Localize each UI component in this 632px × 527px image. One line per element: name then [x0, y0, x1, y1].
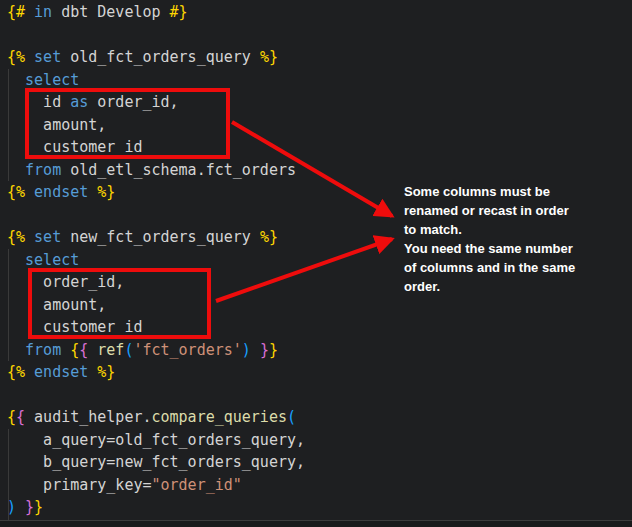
code-editor-screenshot: {# in dbt Develop #}{% set old_fct_order…	[0, 0, 632, 527]
code-line: {% endset %}	[7, 181, 305, 204]
code-line: {% endset %}	[7, 361, 305, 384]
code-token	[25, 228, 34, 246]
code-token: set	[34, 48, 61, 66]
code-token: dbt Develop	[52, 3, 169, 21]
code-token	[16, 498, 25, 516]
code-token: select	[25, 251, 79, 269]
code-token	[25, 48, 34, 66]
code-token: (	[287, 408, 296, 426]
code-line	[7, 384, 305, 407]
code-token: primary_key=	[7, 476, 152, 494]
code-token	[88, 183, 97, 201]
code-token: #}	[170, 3, 188, 21]
code-token: endset	[34, 363, 88, 381]
code-token: {	[7, 408, 16, 426]
code-token: a_query=old_fct_orders_query,	[7, 431, 305, 449]
code-token: old_fct_orders_query	[61, 48, 260, 66]
code-token: {%	[7, 228, 25, 246]
code-token	[25, 3, 34, 21]
code-token: %}	[97, 363, 115, 381]
code-token	[88, 363, 97, 381]
code-line: from old_etl_schema.fct_orders	[7, 159, 305, 182]
code-token: {	[79, 341, 88, 359]
code-token: new_fct_orders_query	[61, 228, 260, 246]
code-line	[7, 204, 305, 227]
annotation-note: Some columns must be renamed or recast i…	[404, 182, 622, 296]
code-token: %}	[260, 48, 278, 66]
code-line: from {{ ref('fct_orders') }}	[7, 339, 305, 362]
code-token: set	[34, 228, 61, 246]
code-line	[7, 24, 305, 47]
code-token: from	[25, 161, 61, 179]
code-token	[7, 71, 25, 89]
code-token: )	[7, 498, 16, 516]
code-token	[7, 341, 25, 359]
code-token: }	[269, 341, 278, 359]
code-token: 'fct_orders'	[133, 341, 241, 359]
code-line: {% set old_fct_orders_query %}	[7, 46, 305, 69]
code-token: {%	[7, 183, 25, 201]
code-token: %}	[97, 183, 115, 201]
code-token: {	[16, 408, 25, 426]
bottom-panel-edge	[0, 520, 632, 527]
code-line: {% set new_fct_orders_query %}	[7, 226, 305, 249]
code-token: }	[34, 498, 43, 516]
code-token: audit_helper.	[25, 408, 151, 426]
code-token: }	[260, 341, 269, 359]
code-token: {#	[7, 3, 25, 21]
code-token: {	[70, 341, 79, 359]
code-token: in	[34, 3, 52, 21]
code-line: {# in dbt Develop #}	[7, 1, 305, 24]
code-token: )	[242, 341, 251, 359]
code-token	[61, 341, 70, 359]
code-token: "order_id"	[152, 476, 242, 494]
code-line: a_query=old_fct_orders_query,	[7, 429, 305, 452]
code-token: %}	[260, 228, 278, 246]
code-token: {%	[7, 48, 25, 66]
code-line: primary_key="order_id"	[7, 474, 305, 497]
code-token	[88, 341, 97, 359]
code-line: b_query=new_fct_orders_query,	[7, 451, 305, 474]
code-token: old_etl_schema.fct_orders	[61, 161, 296, 179]
code-line: ) }}	[7, 496, 305, 519]
code-token: from	[25, 341, 61, 359]
highlight-box-new-columns	[28, 268, 211, 339]
code-area[interactable]: {# in dbt Develop #}{% set old_fct_order…	[7, 1, 305, 519]
code-token: }	[25, 498, 34, 516]
code-token: {%	[7, 363, 25, 381]
code-token	[25, 363, 34, 381]
code-token	[7, 161, 25, 179]
code-token	[7, 251, 25, 269]
code-token: compare_queries	[152, 408, 287, 426]
code-token: select	[25, 71, 79, 89]
code-line: {{ audit_helper.compare_queries(	[7, 406, 305, 429]
code-token: ref	[97, 341, 124, 359]
code-token	[25, 183, 34, 201]
code-token: endset	[34, 183, 88, 201]
highlight-box-old-columns	[25, 88, 230, 159]
code-token: b_query=new_fct_orders_query,	[7, 453, 305, 471]
code-token	[251, 341, 260, 359]
